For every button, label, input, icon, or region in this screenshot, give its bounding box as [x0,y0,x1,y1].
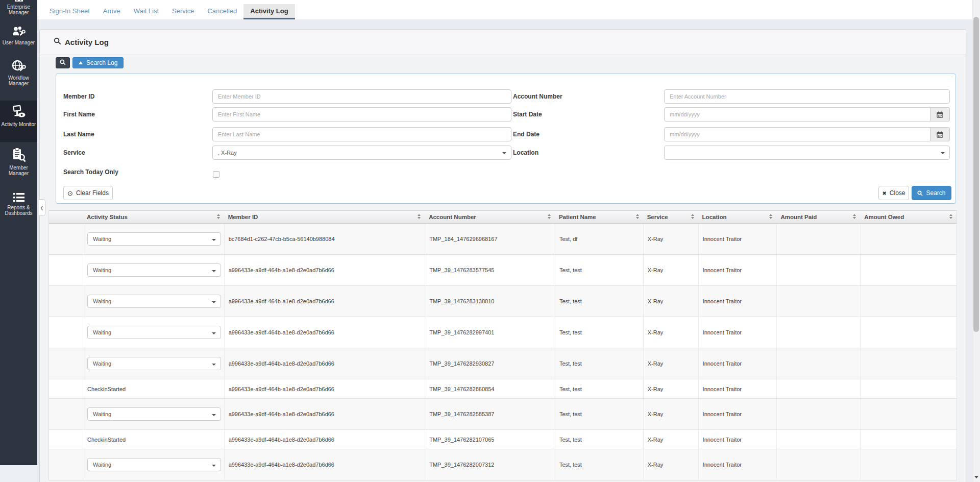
column-header[interactable]: Service [643,211,698,223]
member-id-value: a996433e-a9df-464b-a1e8-d2e0ad7b6d66 [229,329,334,335]
end-date-input[interactable] [664,127,930,141]
location-value: Innocent Traitor [703,411,742,417]
activity-status-select[interactable]: Waiting [87,232,221,246]
tab-item[interactable]: Arrive [96,4,127,19]
patient-name-cell: Test, test [555,348,643,379]
service-value: X-Ray [648,437,664,443]
service-select[interactable]: , X-Ray [212,146,511,160]
search-label: Search [926,189,945,197]
sort-icon [853,214,856,219]
tab-item[interactable]: Service [165,4,201,19]
account-number-value: TMP_39_1476282997401 [429,329,494,335]
vertical-scrollbar[interactable] [972,0,980,482]
row-selector-cell [49,449,83,480]
search-form: Member ID First Name Last Name Service ,… [56,74,956,204]
column-header[interactable]: Amount Paid [776,211,860,223]
column-header[interactable]: Activity Status [83,211,224,223]
member-id-value: a996433e-a9df-464b-a1e8-d2e0ad7b6d66 [229,462,334,468]
patient-name-cell: Test, test [555,255,643,285]
activity-status-cell: Waiting Waiting [83,255,224,285]
column-header[interactable]: Account Number [425,211,555,223]
clear-fields-label: Clear Fields [76,189,109,197]
tab-item[interactable]: Cancelled [201,4,243,19]
tab-label: Sign-In Sheet [50,7,90,15]
location-cell: Innocent Traitor [698,224,777,254]
caret-down-icon [502,152,506,154]
table-row: Waiting Waiting a996433e-a9df-464b-a1e8-… [49,286,957,317]
table-row: Waiting Waiting a996433e-a9df-464b-a1e8-… [49,348,957,379]
amount-owed-cell [860,449,957,480]
chevron-up-icon [79,61,83,64]
sidebar-item-workflow-manager[interactable]: Workflow Manager [0,59,37,96]
sidebar-item-reports-dashboards[interactable]: Reports & Dashboards [0,192,37,224]
start-date-calendar-button[interactable] [930,107,950,122]
column-header[interactable]: Amount Owed [860,211,957,223]
member-id-input[interactable] [212,89,511,104]
member-id-cell: a996433e-a9df-464b-a1e8-d2e0ad7b6d66 [224,317,425,348]
scrollbar-thumb[interactable] [973,17,979,332]
activity-status-select[interactable]: Waiting [87,295,221,308]
tab-item[interactable]: Sign-In Sheet [43,4,96,19]
location-select[interactable] [664,146,950,160]
search-log-button[interactable]: Search Log [72,57,124,68]
service-value: X-Ray [648,411,664,417]
activity-status-value: Waiting [93,236,111,242]
tab-label: Arrive [103,7,120,15]
caret-down-icon [212,364,216,366]
service-value: X-Ray [648,386,664,392]
activity-status-select[interactable]: Waiting [87,326,221,339]
activity-status-value: Waiting [93,267,111,273]
column-header[interactable] [49,211,83,223]
caret-down-icon [941,152,945,154]
clear-fields-button[interactable]: ⊙ Clear Fields [63,186,113,200]
sidebar-item-activity-monitor[interactable]: Activity Monitor [0,101,37,142]
list-icon [0,192,37,203]
account-number-value: TMP_39_1476282860854 [429,386,494,392]
activity-status-select[interactable]: Waiting [87,357,221,370]
service-cell: X-Ray [643,224,698,254]
close-button[interactable]: ✖ Close [878,186,909,200]
activity-status-value: Waiting [93,462,111,468]
column-header-label: Amount Owed [864,214,904,220]
sidebar-item-user-manager[interactable]: User Manager [0,26,37,52]
scrollbar-down-arrow[interactable] [974,476,978,478]
column-header[interactable]: Member ID [224,211,425,223]
start-date-input[interactable] [664,107,930,122]
member-id-cell: a996433e-a9df-464b-a1e8-d2e0ad7b6d66 [224,449,425,480]
panel-header: Activity Log [40,30,966,55]
tab-item[interactable]: Activity Log [243,4,295,19]
sidebar-item-label: Enterprise Manager [0,4,37,15]
activity-status-select[interactable]: Waiting [87,458,221,471]
search-today-only-checkbox[interactable] [213,171,219,178]
tab-item[interactable]: Wait List [127,4,165,19]
activity-status-select[interactable]: Waiting [87,263,221,277]
sidebar-item-member-manager[interactable]: Member Manager [0,147,37,183]
activity-status-select[interactable]: Waiting [87,407,221,421]
last-name-input[interactable] [212,127,511,141]
amount-owed-cell [860,348,957,379]
account-number-cell: TMP_39_1476282107065 [425,430,555,449]
patient-name-value: Test, df [559,236,577,242]
account-number-input[interactable] [664,89,950,104]
building-icon [0,0,37,3]
account-number-cell: TMP_39_1476283577545 [425,255,555,285]
location-value: Innocent Traitor [703,462,742,468]
amount-owed-cell [860,317,957,348]
column-header[interactable]: Location [698,211,777,223]
sidebar-item-enterprise-manager[interactable]: Enterprise Manager [0,0,37,18]
clipboard-magnifier-icon [0,147,37,163]
account-number-value: TMP_39_1476282007312 [429,462,494,468]
sidebar-bottom-area [0,465,37,482]
end-date-calendar-button[interactable] [930,127,950,141]
amount-paid-cell [776,379,860,398]
caret-down-icon [212,270,216,272]
sidebar-collapse-toggle[interactable]: ❮ [39,199,45,216]
first-name-input[interactable] [212,107,511,122]
column-header[interactable]: Patient Name [555,211,643,223]
search-toggle-button[interactable] [56,57,70,68]
activity-status-value: Waiting [93,298,111,304]
activity-status-cell: CheckinStarted CheckinStarted [83,430,224,449]
service-value: X-Ray [648,298,664,304]
search-button[interactable]: Search [912,186,951,200]
table-row: Waiting Waiting a996433e-a9df-464b-a1e8-… [49,449,957,480]
